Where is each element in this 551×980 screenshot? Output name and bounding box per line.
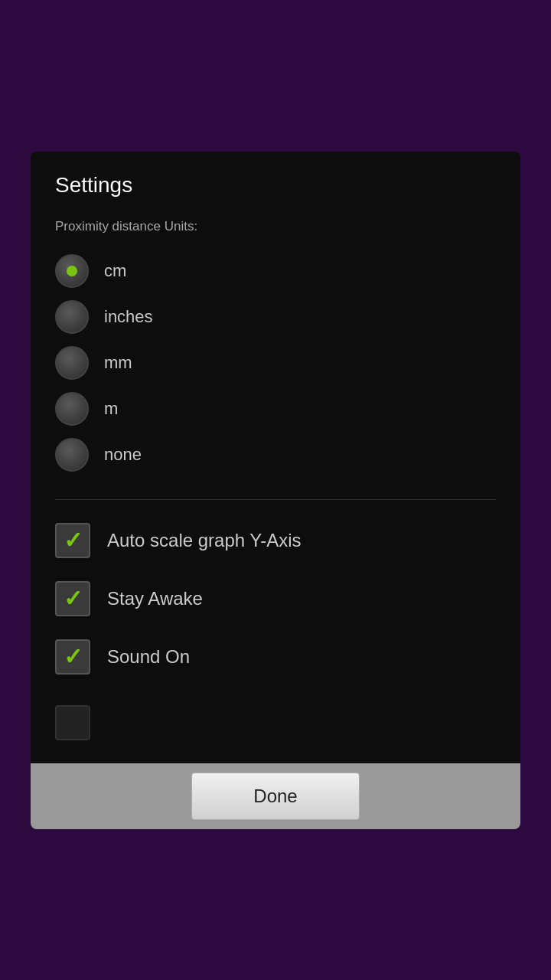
checkbox-label-stay-awake: Stay Awake <box>107 588 203 609</box>
settings-dialog: Settings Proximity distance Units: cm in… <box>31 152 520 829</box>
radio-circle-m <box>55 392 89 426</box>
divider <box>55 499 496 500</box>
checkbox-item-auto-scale[interactable]: ✓ Auto scale graph Y-Axis <box>55 515 496 566</box>
checkbox-box-partial <box>55 705 90 740</box>
radio-item-inches[interactable]: inches <box>55 296 496 338</box>
dialog-body: Settings Proximity distance Units: cm in… <box>31 152 520 763</box>
checkmark-stay-awake: ✓ <box>64 587 83 610</box>
checkbox-box-sound-on: ✓ <box>55 639 90 675</box>
partial-checkbox-hint <box>55 697 496 748</box>
done-button[interactable]: Done <box>191 773 359 820</box>
radio-item-none[interactable]: none <box>55 433 496 476</box>
checkmark-auto-scale: ✓ <box>64 529 83 552</box>
radio-label-mm: mm <box>104 353 132 373</box>
radio-dot-cm <box>67 266 77 276</box>
radio-label-none: none <box>104 445 142 465</box>
radio-item-mm[interactable]: mm <box>55 341 496 384</box>
dialog-title: Settings <box>55 173 496 198</box>
radio-label-cm: cm <box>104 261 126 281</box>
radio-circle-inches <box>55 300 89 334</box>
checkbox-item-sound-on[interactable]: ✓ Sound On <box>55 632 496 682</box>
radio-label-inches: inches <box>104 307 153 327</box>
radio-group-units: cm inches mm m none <box>55 250 496 476</box>
radio-item-m[interactable]: m <box>55 387 496 430</box>
dialog-footer: Done <box>31 763 520 829</box>
checkbox-box-stay-awake: ✓ <box>55 581 90 616</box>
radio-label-m: m <box>104 399 118 419</box>
checkbox-group: ✓ Auto scale graph Y-Axis ✓ Stay Awake ✓… <box>55 515 496 682</box>
radio-circle-mm <box>55 346 89 380</box>
checkmark-sound-on: ✓ <box>64 645 83 668</box>
checkbox-label-auto-scale: Auto scale graph Y-Axis <box>107 530 302 551</box>
checkbox-item-stay-awake[interactable]: ✓ Stay Awake <box>55 573 496 624</box>
radio-circle-cm <box>55 254 89 288</box>
checkbox-box-auto-scale: ✓ <box>55 523 90 558</box>
checkbox-label-sound-on: Sound On <box>107 646 190 668</box>
radio-item-cm[interactable]: cm <box>55 250 496 292</box>
proximity-label: Proximity distance Units: <box>55 219 496 234</box>
radio-circle-none <box>55 438 89 472</box>
